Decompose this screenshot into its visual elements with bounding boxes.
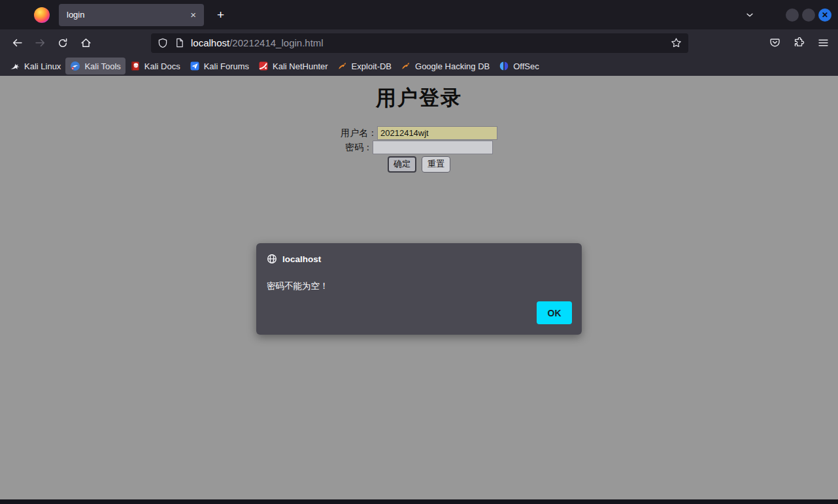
pocket-icon[interactable] — [769, 37, 780, 48]
google-hacking-db-icon — [401, 61, 411, 71]
username-label: 用户名： — [341, 127, 377, 138]
tab-close-icon[interactable]: × — [188, 8, 199, 21]
tracking-protection-shield-icon[interactable] — [158, 38, 168, 48]
bookmarks-toolbar: Kali Linux Kali Tools </> Kali Docs Kali… — [0, 56, 838, 76]
username-input[interactable] — [377, 126, 497, 140]
password-input[interactable] — [373, 141, 493, 154]
form-buttons-row: 确定重置 — [0, 156, 838, 173]
bottom-taskbar-edge — [0, 499, 838, 504]
svg-text:</>: </> — [133, 64, 139, 67]
kali-tools-icon — [70, 61, 80, 71]
url-host: localhost — [191, 37, 229, 48]
tab-list-chevron-down-icon[interactable] — [745, 10, 754, 20]
username-row: 用户名： — [0, 126, 838, 140]
window-controls: ✕ — [786, 8, 831, 22]
submit-button[interactable]: 确定 — [388, 156, 416, 173]
navigation-toolbar: localhost/20212414_login.html — [0, 29, 838, 56]
page-content: 用户登录 用户名： 密码： 确定重置 localhost 密码不能为空！ OK — [0, 76, 838, 499]
forward-button[interactable] — [29, 33, 50, 53]
url-text[interactable]: localhost/20212414_login.html — [191, 37, 671, 48]
globe-icon — [267, 254, 277, 264]
bookmark-kali-docs[interactable]: </> Kali Docs — [126, 58, 185, 75]
page-title: 用户登录 — [0, 76, 838, 112]
bookmark-label: Google Hacking DB — [415, 61, 490, 71]
bookmark-kali-nethunter[interactable]: Kali NetHunter — [254, 58, 333, 75]
kali-dragon-icon — [10, 61, 20, 71]
url-path: /20212414_login.html — [229, 37, 323, 48]
tab-title: login — [67, 10, 188, 20]
new-tab-button[interactable]: + — [212, 7, 229, 23]
bookmark-label: Kali Docs — [144, 61, 180, 71]
alert-source: localhost — [282, 254, 321, 264]
exploit-db-icon — [337, 61, 348, 71]
alert-message: 密码不能为空！ — [267, 280, 571, 292]
bookmark-google-hacking-db[interactable]: Google Hacking DB — [396, 58, 494, 75]
toolbar-right-icons — [769, 37, 829, 48]
bookmark-label: Kali Forums — [204, 61, 249, 71]
reload-button[interactable] — [52, 33, 73, 53]
window-close-button[interactable]: ✕ — [818, 8, 831, 22]
extensions-puzzle-icon[interactable] — [794, 37, 805, 48]
window-maximize-button[interactable] — [802, 8, 815, 22]
window-minimize-button[interactable] — [786, 8, 799, 22]
bookmark-label: Kali Linux — [24, 61, 61, 71]
bookmark-label: Kali Tools — [84, 61, 120, 71]
hamburger-menu-icon[interactable] — [818, 37, 829, 48]
bookmark-kali-linux[interactable]: Kali Linux — [5, 58, 65, 75]
alert-dialog-header: localhost — [267, 254, 571, 264]
bookmark-kali-forums[interactable]: Kali Forums — [185, 58, 254, 75]
password-row: 密码： — [0, 141, 838, 154]
kali-docs-icon: </> — [130, 61, 141, 71]
url-bar[interactable]: localhost/20212414_login.html — [151, 33, 688, 53]
login-form: 用户名： 密码： 确定重置 — [0, 126, 838, 173]
bookmark-label: Kali NetHunter — [273, 61, 328, 71]
bookmark-label: OffSec — [513, 61, 539, 71]
bookmark-offsec[interactable]: OffSec — [494, 58, 544, 75]
browser-tab-login[interactable]: login × — [59, 4, 204, 26]
tab-bar: login × + ✕ — [0, 0, 838, 29]
bookmark-label: Exploit-DB — [352, 61, 392, 71]
kali-nethunter-icon — [258, 61, 269, 71]
bookmark-kali-tools[interactable]: Kali Tools — [65, 58, 125, 75]
password-label: 密码： — [345, 142, 373, 152]
offsec-icon — [499, 61, 509, 71]
alert-ok-button[interactable]: OK — [537, 301, 572, 324]
bookmark-exploit-db[interactable]: Exploit-DB — [333, 58, 396, 75]
bookmark-star-icon[interactable] — [671, 37, 682, 48]
firefox-logo-icon[interactable] — [34, 7, 50, 23]
kali-forums-icon — [190, 61, 200, 71]
page-info-icon[interactable] — [175, 38, 184, 48]
back-button[interactable] — [7, 33, 27, 53]
home-button[interactable] — [75, 33, 96, 53]
alert-dialog: localhost 密码不能为空！ OK — [256, 243, 582, 335]
reset-button[interactable]: 重置 — [422, 156, 450, 173]
